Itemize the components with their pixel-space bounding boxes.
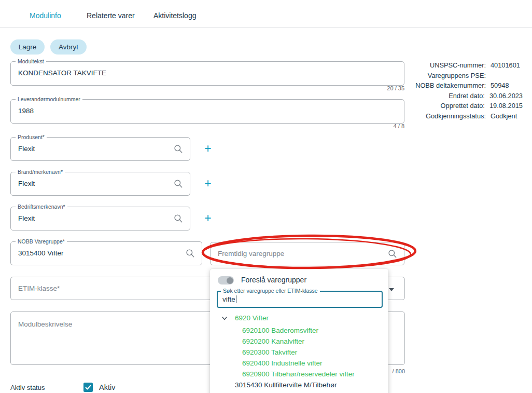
produsent-label: Produsent* [16, 134, 47, 140]
info-value: 50948 [491, 82, 509, 89]
tree-node-6920900[interactable]: 6920900 Tilbehør/reservedeler vifter [242, 370, 355, 378]
aktiv-checkbox[interactable] [83, 383, 93, 392]
info-row: Varegruppens PSE: [404, 71, 523, 81]
info-row: Godkjenningsstatus:Godkjent [404, 111, 523, 121]
search-icon[interactable] [387, 249, 398, 259]
module-info-panel: UNSPSC-nummer:40101601 Varegruppens PSE:… [404, 60, 523, 121]
etim-klasse-placeholder: ETIM-klasse* [18, 284, 60, 292]
produsent-value: Flexit [18, 145, 35, 153]
info-row: Opprettet dato:19.08.2015 [404, 101, 523, 111]
toggle-knob [227, 277, 233, 284]
nobb-varegruppe-field[interactable]: NOBB Varegruppe* 3015400 Vifter [10, 241, 202, 265]
info-row: Endret dato:30.06.2023 [404, 91, 523, 101]
info-label: Godkjenningsstatus: [404, 112, 486, 120]
brand-value: Flexit [18, 180, 35, 187]
info-label: Opprettet dato: [404, 102, 485, 110]
info-label: UNSPSC-nummer: [404, 61, 486, 69]
info-row: NOBB deltakernummer:50948 [404, 80, 523, 91]
add-brand-button[interactable]: + [202, 177, 214, 189]
leverandormodulnummer-field[interactable]: Leverandørmodulnummer 1988 [10, 99, 404, 124]
info-value: 40101601 [491, 61, 520, 69]
tree-node-6920100[interactable]: 6920100 Baderomsvifter [242, 327, 318, 334]
varegruppe-popup: Foreslå varegrupper Søk etter varegruppe… [210, 269, 388, 393]
leverandormodulnummer-counter: 4 / 8 [353, 123, 404, 129]
nobb-varegruppe-label: NOBB Varegruppe* [16, 238, 67, 245]
add-produsent-button[interactable]: + [202, 142, 214, 155]
bedriftsmerkenavn-label: Bedriftsmerkenavn* [16, 204, 67, 210]
tree-node-6920300[interactable]: 6920300 Takvifter [242, 348, 297, 356]
modultekst-field[interactable]: Modultekst KONDENSATOR TAKVIFTE [10, 61, 404, 86]
varegruppe-search-label: Søk etter varegruppe eller ETIM-klasse [221, 288, 320, 294]
cancel-button[interactable]: Avbryt [50, 39, 87, 55]
text-cursor [236, 295, 236, 303]
bedriftsmerkenavn-value: Flexit [18, 214, 35, 222]
fremtidig-varegruppe-field[interactable]: Fremtidig varegruppe [210, 242, 404, 265]
info-value: 19.08.2015 [489, 102, 523, 110]
chevron-down-icon[interactable] [389, 288, 394, 291]
tab-relaterte-varer[interactable]: Relaterte varer [87, 11, 135, 20]
modultekst-value: KONDENSATOR TAKVIFTE [18, 69, 106, 77]
tree-node-6920200[interactable]: 6920200 Kanalvifter [242, 337, 304, 345]
produsent-field[interactable]: Produsent* Flexit [10, 137, 190, 161]
bedriftsmerkenavn-field[interactable]: Bedriftsmerkenavn* Flexit [10, 207, 190, 231]
add-bedriftsmerkenavn-button[interactable]: + [202, 212, 214, 224]
brand-field[interactable]: Brand/merkenavn* Flexit [10, 172, 190, 196]
info-value: 30.06.2023 [489, 92, 523, 100]
nobb-varegruppe-value: 3015400 Vifter [18, 249, 64, 257]
foresla-varegrupper-label: Foreslå varegrupper [241, 276, 306, 284]
tabs-divider [0, 28, 532, 28]
save-button[interactable]: Lagre [10, 39, 45, 55]
search-icon[interactable] [173, 144, 184, 154]
aktiv-status-label: Aktiv status [10, 384, 45, 391]
foresla-varegrupper-toggle[interactable] [218, 276, 234, 284]
search-icon[interactable] [173, 213, 184, 224]
fremtidig-varegruppe-placeholder: Fremtidig varegruppe [218, 250, 284, 258]
check-icon [85, 384, 92, 391]
tab-aktivitetslogg[interactable]: Aktivitetslogg [153, 11, 196, 20]
leverandormodulnummer-value: 1988 [18, 107, 34, 115]
modultekst-label: Modultekst [16, 58, 46, 64]
modulbeskrivelse-placeholder: Modulbeskrivelse [18, 320, 72, 328]
aktiv-checkbox-label: Aktiv [99, 383, 115, 391]
modultekst-counter: 20 / 35 [353, 85, 404, 91]
info-label: Varegruppens PSE: [404, 72, 486, 79]
search-icon[interactable] [185, 248, 195, 259]
info-row: UNSPSC-nummer:40101601 [404, 60, 523, 71]
varegruppe-search-value: vifte [222, 295, 236, 303]
info-label: Endret dato: [404, 92, 485, 100]
tree-node-6920[interactable]: 6920 Vifter [235, 314, 269, 322]
chevron-down-icon[interactable] [221, 315, 228, 321]
varegruppe-search-input[interactable]: Søk etter varegruppe eller ETIM-klasse v… [217, 291, 383, 308]
tree-node-3015430[interactable]: 3015430 Kullfiltervifte M/Tilbehør [235, 381, 337, 389]
search-icon[interactable] [173, 179, 184, 189]
info-value: Godkjent [491, 112, 517, 120]
tab-modulinfo[interactable]: Modulinfo [30, 11, 61, 20]
info-label: NOBB deltakernummer: [404, 82, 486, 89]
leverandormodulnummer-label: Leverandørmodulnummer [16, 96, 82, 102]
module-info-page: Modulinfo Relaterte varer Aktivitetslogg… [0, 0, 532, 393]
brand-label: Brand/merkenavn* [16, 169, 65, 175]
tree-node-6920400[interactable]: 6920400 Industrielle vifter [242, 359, 323, 367]
